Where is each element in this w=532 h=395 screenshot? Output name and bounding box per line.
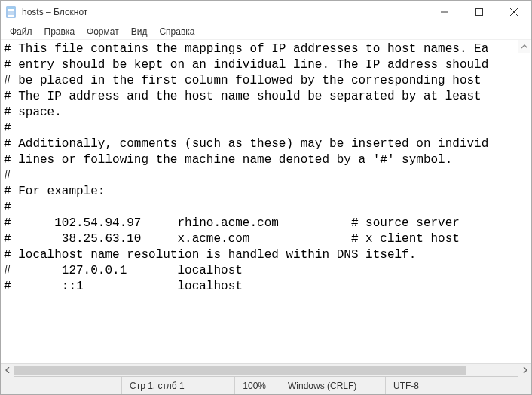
scroll-left-arrow-icon[interactable]	[1, 364, 14, 377]
svg-rect-6	[476, 8, 483, 15]
maximize-button[interactable]	[462, 1, 497, 23]
menu-file[interactable]: Файл	[4, 25, 38, 38]
menu-view[interactable]: Вид	[125, 25, 154, 38]
status-position: Стр 1, стлб 1	[121, 377, 234, 394]
status-blank	[1, 377, 121, 394]
close-button[interactable]	[497, 1, 531, 23]
menu-help[interactable]: Справка	[153, 25, 200, 38]
content-area: # This file contains the mappings of IP …	[1, 40, 531, 376]
minimize-button[interactable]	[427, 1, 462, 23]
scrollbar-track[interactable]	[14, 364, 518, 376]
status-encoding: UTF-8	[385, 377, 531, 394]
status-line-ending: Windows (CRLF)	[280, 377, 385, 394]
window-title: hosts – Блокнот	[22, 7, 87, 17]
menubar: Файл Правка Формат Вид Справка	[1, 23, 531, 40]
status-zoom: 100%	[234, 377, 280, 394]
scrollbar-thumb[interactable]	[14, 366, 466, 375]
window-controls	[427, 1, 531, 23]
statusbar: Стр 1, стлб 1 100% Windows (CRLF) UTF-8	[1, 376, 531, 394]
svg-rect-1	[7, 7, 15, 9]
titlebar[interactable]: hosts – Блокнот	[1, 1, 531, 23]
scroll-up-arrow-icon[interactable]	[518, 40, 530, 53]
notepad-icon	[5, 6, 17, 18]
menu-format[interactable]: Формат	[81, 25, 125, 38]
scroll-right-arrow-icon[interactable]	[518, 364, 531, 377]
horizontal-scrollbar[interactable]	[1, 363, 531, 376]
text-editor[interactable]: # This file contains the mappings of IP …	[1, 40, 531, 363]
notepad-window: hosts – Блокнот Файл Правка Формат Вид С…	[0, 0, 532, 395]
menu-edit[interactable]: Правка	[38, 25, 81, 38]
